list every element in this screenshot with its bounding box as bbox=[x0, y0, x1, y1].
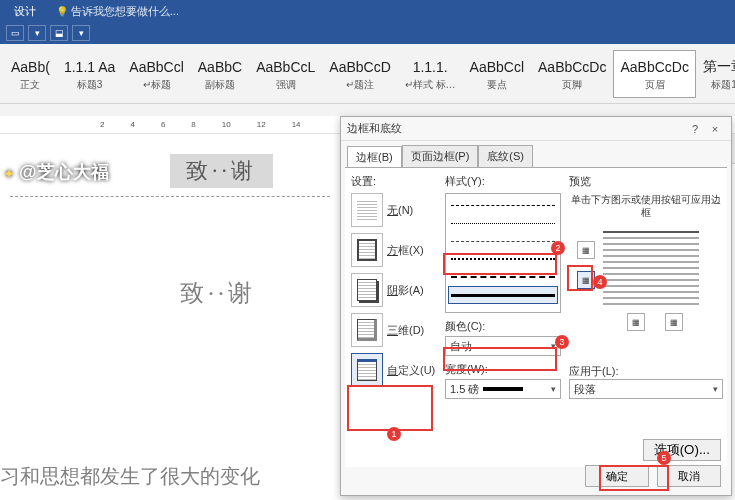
border-top-toggle[interactable]: ▦ bbox=[577, 241, 595, 259]
style-gallery-item[interactable]: AaBbCcl要点 bbox=[463, 50, 531, 98]
qat-icon[interactable]: ▾ bbox=[28, 25, 46, 41]
style-gallery-item[interactable]: AaBbCcD↵题注 bbox=[322, 50, 397, 98]
borders-shading-dialog: 边框和底纹 ? × 边框(B)页面边框(P)底纹(S) 设置: 无(N)方框(X… bbox=[340, 116, 732, 496]
document-canvas[interactable]: 致··谢 致··谢 习和思想都发生了很大的变化 bbox=[0, 134, 340, 500]
width-label: 宽度(W): bbox=[445, 362, 561, 377]
dialog-tab[interactable]: 边框(B) bbox=[347, 146, 402, 168]
style-gallery-item[interactable]: AaBb(正文 bbox=[4, 50, 57, 98]
dialog-tab[interactable]: 页面边框(P) bbox=[402, 145, 479, 167]
style-gallery-item[interactable]: AaBbCcl↵标题 bbox=[122, 50, 190, 98]
preview-hint: 单击下方图示或使用按钮可应用边框 bbox=[569, 193, 723, 219]
dialog-tab[interactable]: 底纹(S) bbox=[478, 145, 533, 167]
style-gallery-item[interactable]: AaBbCcL强调 bbox=[249, 50, 322, 98]
border-left-toggle[interactable]: ▦ bbox=[577, 271, 595, 289]
line-style-row[interactable] bbox=[448, 286, 558, 304]
ribbon-tab-design[interactable]: 设计 bbox=[8, 2, 42, 21]
close-button[interactable]: × bbox=[705, 123, 725, 135]
preview-page bbox=[603, 231, 699, 305]
dialog-buttons: 确定 取消 bbox=[585, 465, 721, 487]
style-column: 样式(Y): 颜色(C): 自动 宽度(W): 1.5 磅 bbox=[445, 174, 561, 399]
setting-option[interactable]: 三维(D) bbox=[351, 313, 439, 347]
settings-label: 设置: bbox=[351, 174, 439, 189]
dialog-titlebar: 边框和底纹 ? × bbox=[341, 117, 731, 141]
preview-box: ▦ ▦ ▦ ▦ bbox=[569, 225, 723, 335]
preview-label: 预览 bbox=[569, 174, 723, 189]
ok-button[interactable]: 确定 bbox=[585, 465, 649, 487]
style-gallery-item[interactable]: AaBbC副标题 bbox=[191, 50, 249, 98]
style-gallery-item[interactable]: 1.1.1 Aa标题3 bbox=[57, 50, 122, 98]
style-gallery-item[interactable]: AaBbCcDc页脚 bbox=[531, 50, 613, 98]
qat-icon[interactable]: ▭ bbox=[6, 25, 24, 41]
setting-option[interactable]: 方框(X) bbox=[351, 233, 439, 267]
qat-icon[interactable]: ▾ bbox=[72, 25, 90, 41]
quick-access-toolbar: ▭ ▾ ⬓ ▾ bbox=[0, 22, 735, 44]
color-label: 颜色(C): bbox=[445, 319, 561, 334]
tell-me-hint[interactable]: 告诉我您想要做什么... bbox=[56, 4, 179, 19]
help-button[interactable]: ? bbox=[685, 123, 705, 135]
doc-body-text: 习和思想都发生了很大的变化 bbox=[0, 463, 260, 490]
preview-column: 预览 单击下方图示或使用按钮可应用边框 ▦ ▦ ▦ ▦ bbox=[569, 174, 723, 335]
line-style-row[interactable] bbox=[448, 250, 558, 268]
setting-option[interactable]: 自定义(U) bbox=[351, 353, 439, 387]
settings-column: 设置: 无(N)方框(X)阴影(A)三维(D)自定义(U) bbox=[351, 174, 439, 393]
line-style-row[interactable] bbox=[448, 268, 558, 286]
line-style-row[interactable] bbox=[448, 196, 558, 214]
tab-body-borders: 设置: 无(N)方框(X)阴影(A)三维(D)自定义(U) 样式(Y): 颜色(… bbox=[345, 167, 727, 467]
setting-option[interactable]: 阴影(A) bbox=[351, 273, 439, 307]
header-separator bbox=[10, 196, 330, 197]
width-combo[interactable]: 1.5 磅 bbox=[445, 379, 561, 399]
ribbon-styles-gallery: AaBb(正文1.1.1 Aa标题3AaBbCcl↵标题AaBbC副标题AaBb… bbox=[0, 44, 735, 104]
dialog-title: 边框和底纹 bbox=[347, 121, 685, 136]
line-style-row[interactable] bbox=[448, 232, 558, 250]
color-combo[interactable]: 自动 bbox=[445, 336, 561, 356]
video-watermark: ✦ @芝心大福 bbox=[4, 160, 109, 184]
cancel-button[interactable]: 取消 bbox=[657, 465, 721, 487]
style-gallery-item[interactable]: AaBbCcDc页眉 bbox=[613, 50, 695, 98]
doc-heading: 致··谢 bbox=[180, 277, 330, 309]
apply-to-label: 应用于(L): bbox=[569, 365, 619, 377]
border-right-toggle[interactable]: ▦ bbox=[665, 313, 683, 331]
style-gallery-item[interactable]: 第一章标题1 bbox=[696, 50, 735, 98]
qat-icon[interactable]: ⬓ bbox=[50, 25, 68, 41]
dialog-tabs: 边框(B)页面边框(P)底纹(S) bbox=[341, 141, 731, 167]
setting-option[interactable]: 无(N) bbox=[351, 193, 439, 227]
line-style-row[interactable] bbox=[448, 304, 558, 313]
word-titlebar: 设计 告诉我您想要做什么... bbox=[0, 0, 735, 22]
apply-to-combo[interactable]: 段落 bbox=[569, 379, 723, 399]
style-label: 样式(Y): bbox=[445, 174, 561, 189]
border-bottom-toggle[interactable]: ▦ bbox=[627, 313, 645, 331]
options-button[interactable]: 选项(O)... bbox=[643, 439, 721, 461]
style-gallery-item[interactable]: 1.1.1.↵样式 标… bbox=[398, 50, 463, 98]
line-style-row[interactable] bbox=[448, 214, 558, 232]
doc-heading-selected[interactable]: 致··谢 bbox=[170, 154, 273, 188]
line-style-list[interactable] bbox=[445, 193, 561, 313]
apply-to-section: 应用于(L): 段落 bbox=[569, 364, 723, 399]
